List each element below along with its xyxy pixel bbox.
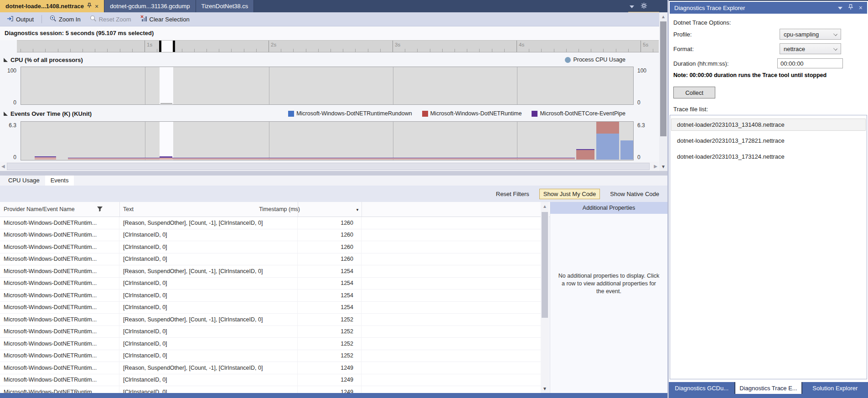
cpu-usage-blip (160, 103, 172, 104)
table-row[interactable]: Microsoft-Windows-DotNETRuntim...[ClrIns… (0, 253, 541, 266)
zoom-in-button[interactable]: Zoom In (46, 14, 84, 25)
table-row[interactable]: Microsoft-Windows-DotNETRuntim...[Reason… (0, 265, 541, 278)
chevron-down-icon (833, 32, 837, 36)
table-row[interactable]: Microsoft-Windows-DotNETRuntim...[ClrIns… (0, 338, 541, 350)
ruler-tick (603, 49, 604, 52)
ruler-tick (281, 49, 281, 52)
tab-nettrace-document[interactable]: dotnet-loade...1408.nettrace × (0, 0, 104, 12)
table-row[interactable]: Microsoft-Windows-DotNETRuntim...[ClrIns… (0, 302, 541, 314)
scroll-up-icon[interactable]: ▲ (661, 14, 666, 19)
tab-tizendotnet-document[interactable]: TizenDotNet38.cs (196, 0, 254, 12)
table-row[interactable]: Microsoft-Windows-DotNETRuntim...[ClrIns… (0, 241, 541, 253)
chart-vertical-scrollbar[interactable]: ▲ ▼ (659, 12, 667, 171)
event-bar-segment (35, 157, 56, 160)
show-native-code-button[interactable]: Show Native Code (610, 191, 659, 197)
trace-file-item[interactable]: dotnet-loader20231013_172821.nettrace (671, 134, 866, 147)
table-vertical-scrollbar[interactable]: ▲ ▼ (541, 202, 549, 393)
event-bar-segment (596, 134, 619, 160)
tool-window-tab[interactable]: Diagnostics GCDu... (669, 382, 734, 394)
output-button[interactable]: Output (4, 14, 37, 25)
scrollbar-thumb[interactable] (660, 21, 666, 136)
chart-horizontal-scrollbar[interactable]: ◀ ▶ (0, 162, 659, 171)
scroll-right-icon[interactable]: ▶ (654, 164, 657, 169)
scroll-down-icon[interactable]: ▼ (542, 386, 547, 391)
filter-funnel-icon[interactable] (97, 206, 103, 213)
ruler-tick (616, 49, 616, 52)
clear-selection-button[interactable]: Clear Selection (137, 14, 193, 25)
scrollbar-thumb[interactable] (542, 212, 548, 318)
table-row[interactable]: Microsoft-Windows-DotNETRuntim...[ClrIns… (0, 278, 541, 290)
table-row[interactable]: Microsoft-Windows-DotNETRuntim...[ClrIns… (0, 229, 541, 242)
table-row[interactable]: Microsoft-Windows-DotNETRuntim...[ClrIns… (0, 374, 541, 387)
scroll-down-icon[interactable]: ▼ (661, 164, 666, 169)
selection-start-handle[interactable] (159, 41, 161, 52)
ruler-tick (405, 49, 405, 52)
profile-select[interactable]: cpu-sampling (780, 29, 841, 40)
table-row[interactable]: Microsoft-Windows-DotNETRuntim...[ClrIns… (0, 289, 541, 302)
ruler-tick (368, 49, 368, 52)
events-ymax-right: 6.3 (637, 122, 645, 129)
column-provider[interactable]: Provider Name/Event Name (4, 206, 75, 212)
column-text[interactable]: Text (123, 206, 134, 212)
show-just-my-code-button[interactable]: Show Just My Code (539, 189, 600, 199)
tab-events[interactable]: Events (45, 176, 74, 186)
events-ymin-left: 0 (5, 154, 16, 160)
ruler-second-label: 1s (147, 42, 152, 47)
trace-file-item[interactable]: dotnet-loader20231013_173124.nettrace (671, 150, 866, 163)
tab-gcdump-document[interactable]: dotnet-gcdum...31136.gcdump (104, 0, 196, 12)
tool-window-tab[interactable]: Diagnostics Trace E... (735, 382, 801, 394)
ruler-tick (331, 49, 331, 52)
close-icon[interactable]: × (859, 4, 863, 11)
gridline (393, 122, 393, 160)
gear-icon[interactable] (641, 2, 647, 10)
toolbar-separator (41, 15, 42, 23)
scrollbar-thumb[interactable] (7, 163, 650, 170)
collapse-icon[interactable] (4, 58, 8, 62)
table-row[interactable]: Microsoft-Windows-DotNETRuntim...[ClrIns… (0, 386, 541, 393)
ruler-tick (182, 49, 182, 52)
additional-properties-header: Additional Properties (550, 202, 667, 214)
cpu-chart-plot[interactable] (21, 67, 634, 105)
timeline-ruler[interactable]: 1s2s3s4s5s (17, 40, 659, 52)
table-row[interactable]: Microsoft-Windows-DotNETRuntim...[Reason… (0, 314, 541, 326)
panel-title-bar[interactable]: Diagnostics Trace Explorer × (670, 2, 867, 14)
reset-zoom-button[interactable]: Reset Zoom (87, 14, 134, 25)
session-text: Diagnostics session: 5 seconds (95.107 m… (5, 30, 154, 36)
tab-cpu-usage[interactable]: CPU Usage (3, 176, 45, 186)
table-row[interactable]: Microsoft-Windows-DotNETRuntim...[ClrIns… (0, 326, 541, 338)
pin-icon[interactable] (848, 4, 853, 11)
pin-icon[interactable] (87, 3, 92, 10)
chevron-down-icon[interactable] (630, 3, 634, 10)
scroll-left-icon[interactable]: ◀ (1, 164, 5, 169)
tab-label: dotnet-gcdum...31136.gcdump (110, 3, 190, 10)
event-bar-segment (620, 140, 633, 160)
table-row[interactable]: Microsoft-Windows-DotNETRuntim...[Reason… (0, 217, 541, 229)
duration-input[interactable] (777, 58, 843, 68)
scroll-up-icon[interactable]: ▲ (542, 204, 547, 209)
sort-descending-icon[interactable]: ▼ (356, 208, 359, 212)
selection-end-handle[interactable] (173, 41, 175, 52)
window-position-icon[interactable] (838, 5, 842, 11)
ruler-tick (380, 49, 381, 52)
trace-file-item[interactable]: dotnet-loader20231013_131408.nettrace (671, 119, 866, 131)
ruler-tick (207, 49, 207, 52)
legend-item: Microsoft-Windows-DotNETRuntimeRundown (288, 110, 412, 117)
ruler-second-label: 3s (395, 42, 400, 47)
diagnostics-toolbar: Output Zoom In Reset Zoom Clear Selectio (0, 12, 667, 26)
table-row[interactable]: Microsoft-Windows-DotNETRuntim...[Reason… (0, 362, 541, 374)
collect-button[interactable]: Collect (673, 87, 715, 98)
events-chart-title[interactable]: Events Over Time (K) (KUnit) (4, 110, 92, 117)
tool-window-tab[interactable]: Solution Explorer (802, 382, 868, 394)
ruler-tick (554, 49, 554, 52)
duration-label: Duration (hh:mm:ss): (673, 60, 728, 67)
cpu-chart-title[interactable]: CPU (% of all processors) (4, 57, 83, 63)
reset-filters-button[interactable]: Reset Filters (496, 191, 529, 197)
table-row[interactable]: Microsoft-Windows-DotNETRuntim...[ClrIns… (0, 350, 541, 362)
events-chart-plot[interactable] (21, 121, 634, 160)
column-timestamp[interactable]: Timestamp (ms) (259, 206, 300, 212)
collapse-icon[interactable] (4, 112, 8, 116)
tool-window-tabs: Diagnostics GCDu...Diagnostics Trace E..… (669, 382, 868, 394)
format-select[interactable]: nettrace (780, 43, 841, 54)
events-ymax-left: 6.3 (5, 122, 16, 129)
close-icon[interactable]: × (95, 3, 98, 10)
